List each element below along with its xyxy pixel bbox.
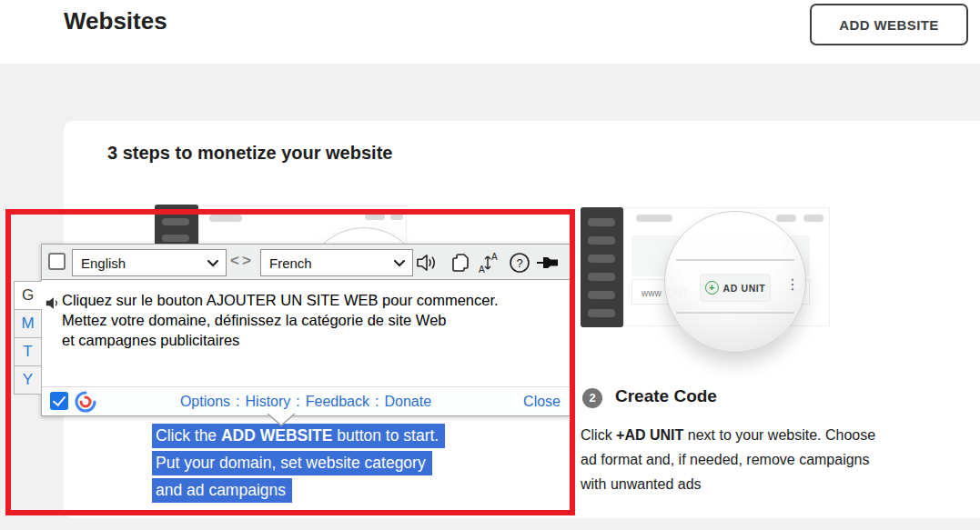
- step2-description: Click +AD UNIT next to your website. Cho…: [581, 423, 917, 496]
- swap-languages-icon[interactable]: <>: [230, 252, 254, 270]
- selected-text-part: Click the: [156, 426, 221, 445]
- step2-title: Create Code: [615, 386, 717, 406]
- step2-text: with unwanted ads: [581, 476, 702, 492]
- speaker-icon[interactable]: [412, 250, 441, 275]
- history-link[interactable]: History: [246, 394, 291, 409]
- close-link[interactable]: Close: [523, 394, 561, 410]
- help-icon[interactable]: ?: [505, 250, 534, 275]
- popup-caret: [266, 414, 297, 432]
- placeholder-bar: [803, 215, 823, 222]
- link-separator: :: [375, 394, 379, 409]
- placeholder-bar: [636, 215, 672, 222]
- placeholder-bar: [365, 214, 385, 220]
- target-language-select[interactable]: French: [260, 249, 413, 276]
- translated-line: Cliquez sur le bouton AJOUTER UN SITE WE…: [62, 292, 499, 308]
- engine-tab-t[interactable]: T: [14, 337, 42, 366]
- placeholder-bar: [209, 215, 242, 222]
- steps-heading: 3 steps to monetize your website: [107, 143, 392, 164]
- step2-text: ad format and, if needed, remove campaig…: [581, 452, 870, 467]
- placeholder-bar: [162, 235, 189, 242]
- link-separator: :: [236, 394, 239, 409]
- step2-number-badge: 2: [582, 388, 602, 408]
- svg-text:A: A: [491, 252, 498, 262]
- placeholder-bar: [162, 218, 189, 225]
- ad-unit-label: AD UNIT: [723, 283, 766, 294]
- selected-text-part: button to start.: [332, 426, 439, 445]
- translated-line: Mettez votre domaine, définissez la caté…: [62, 312, 447, 328]
- font-size-icon[interactable]: AA: [475, 250, 504, 275]
- svg-text:?: ?: [517, 256, 523, 270]
- copy-icon[interactable]: [446, 250, 475, 275]
- translator-popup: English <> French AA ?: [41, 244, 571, 416]
- page-title: Websites: [64, 7, 167, 35]
- selected-line: and ad campaigns: [152, 478, 292, 503]
- placeholder-bar: [390, 214, 403, 220]
- placeholder-bar: [588, 236, 615, 245]
- www-label: www: [642, 288, 662, 298]
- more-options-icon: ⋮: [785, 275, 800, 293]
- step2-bold-text: +AD UNIT: [616, 427, 683, 443]
- source-language-select[interactable]: English: [72, 249, 227, 276]
- plus-icon: +: [705, 281, 719, 295]
- chevron-down-icon: [207, 260, 218, 267]
- translation-area: Cliquez sur le bouton AJOUTER UN SITE WE…: [41, 280, 571, 386]
- translated-line: et campagnes publicitaires: [62, 332, 239, 348]
- divider: [676, 312, 794, 314]
- footer-links: Options:History:Feedback:Donate: [42, 394, 570, 410]
- pin-icon[interactable]: [533, 250, 562, 275]
- engine-tab-g[interactable]: G: [14, 281, 42, 310]
- donate-link[interactable]: Donate: [384, 394, 431, 409]
- placeholder-bar: [588, 218, 615, 226]
- svg-text:A: A: [479, 265, 485, 275]
- placeholder-bar: [588, 273, 615, 281]
- toolbar-checkbox[interactable]: [48, 253, 66, 270]
- selected-text: Click the ADD WEBSITE button to start. P…: [152, 424, 445, 505]
- page-header: Websites ADD WEBSITE: [0, 0, 980, 64]
- placeholder-bar: [776, 215, 796, 222]
- engine-tab-m[interactable]: M: [14, 309, 42, 338]
- translator-toolbar: English <> French AA ?: [41, 244, 571, 280]
- options-link[interactable]: Options: [180, 394, 230, 409]
- step2-text: next to your website. Choose: [683, 427, 875, 443]
- engine-tabs: G M T Y: [14, 281, 42, 395]
- link-separator: :: [296, 394, 299, 409]
- placeholder-bar: [588, 309, 615, 317]
- screen: Websites ADD WEBSITE 3 steps to monetize…: [0, 0, 980, 530]
- feedback-link[interactable]: Feedback: [306, 394, 369, 409]
- selected-line: Put your domain, set website category: [152, 451, 432, 475]
- translated-text: Cliquez sur le bouton AJOUTER UN SITE WE…: [62, 290, 499, 350]
- target-language-value: French: [269, 255, 312, 271]
- step2-text: Click: [581, 427, 616, 443]
- chevron-down-icon: [394, 260, 405, 267]
- listen-icon[interactable]: [45, 295, 61, 315]
- add-website-button[interactable]: ADD WEBSITE: [810, 4, 968, 45]
- magnifier-lens: + AD UNIT ⋮: [664, 211, 806, 353]
- engine-tab-y[interactable]: Y: [14, 365, 42, 395]
- illustration-sidebar: [581, 207, 623, 327]
- ad-unit-button: + AD UNIT: [700, 274, 771, 302]
- placeholder-bar: [588, 255, 615, 263]
- translator-footer: Options:History:Feedback:Donate Close: [41, 386, 571, 416]
- placeholder-bar: [588, 291, 615, 299]
- divider: [676, 259, 794, 261]
- source-language-value: English: [81, 255, 126, 271]
- selected-line: Click the ADD WEBSITE button to start.: [152, 424, 445, 448]
